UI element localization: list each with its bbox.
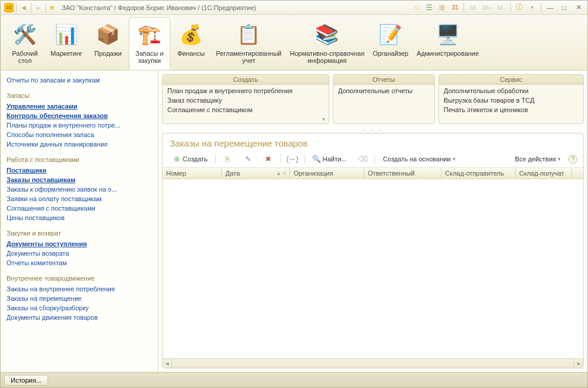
sidebar-link[interactable]: Заказы на внутреннее потребление	[7, 284, 152, 294]
sidebar-link[interactable]: Способы пополнения запаса	[7, 130, 152, 139]
m-plus-button[interactable]: M+	[482, 3, 492, 12]
panel-link[interactable]: Дополнительные обработки	[439, 86, 583, 96]
cancel-find-button[interactable]: ⌫	[354, 153, 371, 165]
column-header[interactable]: Ответственный	[364, 168, 441, 179]
edit-button[interactable]: ✎	[240, 153, 256, 165]
info-icon[interactable]: ⓘ	[514, 3, 524, 12]
nav-back-icon[interactable]: ◄	[19, 3, 28, 12]
sidebar-link[interactable]: Отчеты комитентам	[7, 258, 152, 268]
ribbon-item[interactable]: 🛠️ Рабочийстол	[4, 17, 46, 70]
sidebar-group: Работа с поставщикамиПоставщикиЗаказы по…	[7, 156, 152, 222]
sidebar-link[interactable]: Заказы на перемещение	[7, 294, 152, 303]
nav-forward-icon[interactable]: ►	[34, 3, 43, 12]
ribbon-item[interactable]: 📋 Регламентированныйучет	[212, 17, 286, 70]
column-header[interactable]: Номер	[163, 168, 222, 179]
panel-link[interactable]: Заказ поставщику	[163, 96, 329, 105]
close-button[interactable]: ✕	[573, 3, 584, 12]
favorite-icon[interactable]: ☆	[414, 3, 421, 12]
panel-link[interactable]: Выгрузка базы товаров в ТСД	[439, 96, 583, 105]
panel-link[interactable]: Дополнительные отчеты	[333, 86, 434, 96]
separator	[374, 154, 375, 164]
ribbon-item[interactable]: 💰 Финансы	[170, 17, 212, 70]
all-actions-button[interactable]: Все действия	[511, 154, 565, 164]
info-dropdown-icon[interactable]: ▾	[527, 3, 537, 12]
main-area: Создать План продаж и внутреннего потреб…	[158, 71, 587, 372]
history-icon[interactable]: ☰	[424, 3, 434, 12]
delete-button[interactable]: ✖	[260, 153, 276, 165]
favorite-icon[interactable]: ★	[49, 3, 56, 12]
sidebar-link[interactable]: Документы движения товаров	[7, 313, 152, 322]
column-header[interactable]: Склад-получат	[516, 168, 572, 179]
panel-title: Создать	[163, 75, 329, 85]
swap-button[interactable]: (↔)	[284, 153, 301, 165]
help-icon[interactable]: ?	[568, 155, 577, 164]
sidebar-link[interactable]: Планы продаж и внутреннего потре...	[7, 120, 152, 130]
sidebar-group: Закупки и возвратДокументы поступленияДо…	[7, 230, 152, 268]
sidebar-link[interactable]: Заказы поставщикам	[7, 175, 152, 185]
column-header[interactable]: Склад-отправитель	[441, 168, 516, 179]
find-button[interactable]: 🔍 Найти...	[309, 153, 351, 165]
minimize-button[interactable]: —	[545, 3, 555, 12]
ribbon-item[interactable]: 🖥️ Администрирование	[412, 17, 483, 70]
window-title: ЗАО "Константа" / Федоров Борис Иванович…	[58, 4, 411, 11]
panel-link[interactable]: План продаж и внутреннего потребления	[163, 86, 329, 96]
copy-button[interactable]: ⎘	[220, 153, 236, 165]
column-header[interactable]: Дата▲ ≡	[222, 168, 290, 179]
maximize-button[interactable]: □	[559, 3, 570, 12]
ribbon-item[interactable]: 🏗️ Запасы изакупки	[129, 17, 170, 70]
panel-link[interactable]: Печать этикеток и ценников	[439, 105, 583, 115]
create-based-button[interactable]: Создать на основании	[379, 154, 459, 164]
m-button[interactable]: M	[468, 3, 478, 12]
history-button[interactable]: История...	[4, 375, 48, 386]
sidebar-link[interactable]: Документы возврата	[7, 249, 152, 258]
ribbon-item[interactable]: 📝 Органайзер	[368, 17, 412, 70]
ribbon-item[interactable]: 📦 Продажи	[87, 17, 129, 70]
sidebar-link[interactable]: Управление запасами	[7, 101, 152, 111]
sidebar: Отчеты по запасам и закупкам ЗапасыУправ…	[1, 71, 158, 372]
ribbon-label: Финансы	[177, 50, 205, 57]
separator	[510, 3, 511, 12]
column-label: Номер	[166, 170, 186, 177]
sidebar-group-title: Работа с поставщиками	[7, 156, 152, 163]
grid-body[interactable]	[163, 179, 583, 357]
content-toolbar: ⊕ Создать ⎘ ✎ ✖ (↔) 🔍 Найти... ⌫	[163, 151, 583, 168]
separator	[215, 154, 216, 164]
scroll-right-icon[interactable]: ▸	[574, 359, 583, 368]
scroll-left-icon[interactable]: ◂	[163, 359, 172, 368]
body: Отчеты по запасам и закупкам ЗапасыУправ…	[1, 71, 587, 372]
ribbon-label: Нормативно-справочнаяинформация	[290, 50, 365, 64]
panel-grip-icon[interactable]: • • •	[158, 128, 587, 133]
sidebar-link[interactable]: Заказы к оформлению заявок на о...	[7, 185, 152, 194]
sidebar-link[interactable]: Контроль обеспечения заказов	[7, 111, 152, 120]
sidebar-link[interactable]: Источники данных планирования	[7, 139, 152, 149]
m-minus-button[interactable]: M-	[496, 3, 507, 12]
button-label: Создать	[183, 155, 208, 163]
sidebar-link[interactable]: Цены поставщиков	[7, 213, 152, 222]
ribbon-item[interactable]: 📚 Нормативно-справочнаяинформация	[286, 17, 369, 70]
sidebar-link[interactable]: Заявки на оплату поставщикам	[7, 194, 152, 203]
sidebar-link[interactable]: Документы поступления	[7, 239, 152, 249]
column-label: Склад-отправитель	[445, 170, 504, 177]
delete-icon: ✖	[264, 155, 272, 163]
content-panel: Заказы на перемещение товаров ⊕ Создать …	[162, 133, 584, 368]
calendar-icon[interactable]: 31	[450, 3, 460, 12]
panel-link[interactable]: Соглашение с поставщиком	[163, 105, 329, 115]
separator	[46, 3, 46, 12]
sidebar-link[interactable]: Заказы на сборку/разборку	[7, 303, 152, 313]
create-button[interactable]: ⊕ Создать	[169, 153, 212, 165]
ribbon-icon: 📚	[313, 20, 341, 49]
sidebar-link[interactable]: Поставщики	[7, 166, 152, 175]
calculator-icon[interactable]: ⊞	[437, 3, 447, 12]
ribbon-icon: 🏗️	[135, 20, 164, 49]
sidebar-link[interactable]: Соглашения с поставщиками	[7, 203, 152, 213]
column-header[interactable]: Организация	[290, 168, 364, 179]
ribbon-item[interactable]: 📊 Маркетинг	[46, 17, 87, 70]
sidebar-group-title: Запасы	[7, 92, 152, 99]
data-grid[interactable]: НомерДата▲ ≡ОрганизацияОтветственныйСкла…	[163, 168, 583, 358]
separator	[304, 154, 305, 164]
ribbon-icon: 📦	[94, 20, 122, 49]
panel-expand-icon[interactable]: ▾	[163, 116, 329, 123]
pencil-icon: ✎	[244, 155, 252, 163]
horizontal-scrollbar[interactable]: ◂ ▸	[163, 358, 583, 368]
sidebar-top-link[interactable]: Отчеты по запасам и закупкам	[7, 75, 152, 85]
